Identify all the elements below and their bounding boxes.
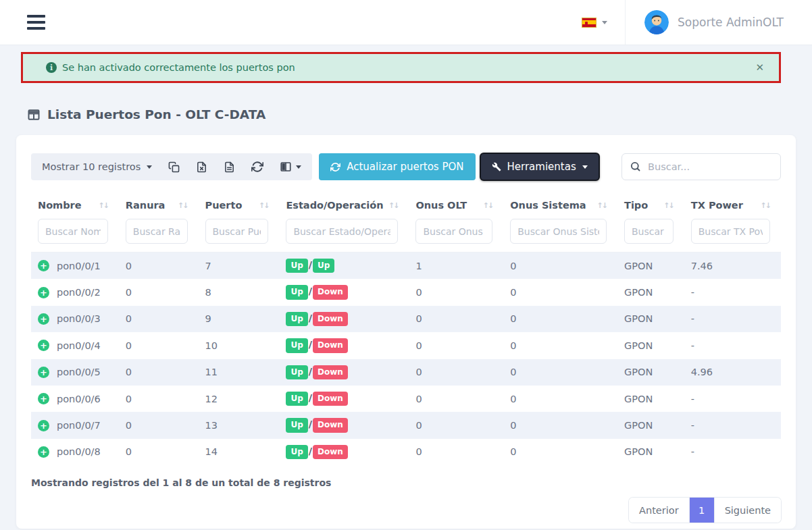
column-visibility-icon[interactable] [280, 161, 301, 173]
table-row: +pon0/0/208Up/Down00GPON- [31, 279, 781, 305]
sort-icon: ↑↓ [388, 201, 401, 210]
onus-olt-cell: 0 [409, 439, 503, 465]
language-selector[interactable] [564, 18, 625, 28]
tx-power-cell: 7.46 [684, 253, 781, 280]
table-header-row: Nombre↑↓Ranura↑↓Puerto↑↓Estado/Operación… [31, 194, 781, 216]
ranura-cell: 0 [119, 386, 199, 412]
column-header-tx-power[interactable]: TX Power↑↓ [684, 194, 781, 216]
ranura-cell: 0 [119, 332, 199, 359]
table-row: +pon0/0/7013Up/Down00GPON- [31, 412, 781, 438]
ranura-cell: 0 [119, 279, 199, 305]
caret-down-icon [602, 21, 607, 24]
port-name: pon0/0/2 [57, 287, 101, 298]
alert-close-icon[interactable]: ✕ [755, 61, 764, 74]
pagination-previous-button[interactable]: Anterior [629, 498, 690, 523]
toolbar-button-group: Mostrar 10 registros [31, 153, 312, 180]
search-input[interactable] [621, 153, 781, 180]
estado-operacion-cell: Up/Down [279, 306, 409, 332]
page-length-dropdown[interactable]: Mostrar 10 registros [42, 161, 152, 172]
caret-down-icon [147, 165, 152, 169]
table-info: Mostrando registros del 1 al 8 de un tot… [31, 477, 781, 488]
tx-power-cell: - [684, 412, 781, 438]
page-title: Lista Puertos Pon - OLT C-DATA [27, 107, 812, 122]
tx-power-cell: 4.96 [684, 359, 781, 386]
onus-olt-cell: 0 [409, 279, 503, 305]
tipo-cell: GPON [617, 359, 684, 386]
expand-row-icon[interactable]: + [38, 367, 49, 378]
filter-input-puerto[interactable] [205, 219, 269, 244]
puerto-cell: 10 [199, 332, 280, 359]
estado-operacion-cell: Up/Down [279, 332, 409, 359]
filter-input-onus-olt[interactable] [415, 219, 492, 244]
column-header-tipo[interactable]: Tipo↑↓ [617, 194, 684, 216]
alert-highlight-box: i Se han activado correctamente los puer… [21, 52, 781, 83]
status-badge-up: Up [286, 365, 307, 379]
tipo-cell: GPON [617, 279, 684, 305]
hamburger-menu-icon[interactable] [27, 15, 45, 30]
excel-export-icon[interactable] [196, 161, 207, 173]
column-header-ranura[interactable]: Ranura↑↓ [119, 194, 199, 216]
onus-sistema-cell: 0 [503, 279, 617, 305]
expand-row-icon[interactable]: + [38, 287, 49, 298]
pagination-page-1-button[interactable]: 1 [690, 498, 715, 523]
onus-olt-cell: 0 [409, 412, 503, 438]
sort-icon: ↑↓ [663, 201, 676, 210]
onus-olt-cell: 0 [409, 306, 503, 332]
expand-row-icon[interactable]: + [38, 340, 49, 351]
tx-power-cell: - [684, 306, 781, 332]
user-name: Soporte AdminOLT [678, 16, 784, 29]
tipo-cell: GPON [617, 332, 684, 359]
user-menu[interactable]: Soporte AdminOLT [626, 10, 812, 34]
column-header-nombre[interactable]: Nombre↑↓ [31, 194, 119, 216]
onus-sistema-cell: 0 [503, 386, 617, 412]
column-header-puerto[interactable]: Puerto↑↓ [199, 194, 280, 216]
ranura-cell: 0 [119, 412, 199, 438]
puerto-cell: 13 [199, 412, 280, 438]
estado-operacion-cell: Up/Up [279, 253, 409, 280]
pagination: Anterior 1 Siguiente [629, 498, 781, 523]
file-export-icon[interactable] [224, 161, 235, 173]
global-search [621, 153, 781, 180]
expand-row-icon[interactable]: + [38, 313, 49, 325]
status-badge-up: Up [286, 312, 307, 326]
pon-ports-card: Mostrar 10 registros [16, 135, 796, 529]
filter-input-estado-operaci-n[interactable] [286, 219, 398, 244]
status-badge-down: Down [313, 392, 348, 406]
refresh-icon [330, 162, 340, 172]
onus-olt-cell: 0 [409, 386, 503, 412]
filter-input-tipo[interactable] [624, 219, 674, 244]
filter-input-tx-power[interactable] [691, 219, 770, 244]
expand-row-icon[interactable]: + [38, 446, 49, 458]
status-badge-up: Up [286, 259, 307, 273]
filter-input-onus-sistema[interactable] [510, 219, 607, 244]
sort-icon: ↑↓ [483, 201, 495, 210]
refresh-pon-ports-button[interactable]: Actualizar puertos PON [319, 153, 475, 180]
pagination-next-button[interactable]: Siguiente [715, 498, 781, 523]
port-name: pon0/0/8 [57, 446, 101, 457]
column-header-onus-sistema[interactable]: Onus Sistema↑↓ [503, 194, 617, 216]
status-badge-up: Up [286, 285, 307, 299]
filter-input-nombre[interactable] [38, 219, 108, 244]
tx-power-cell: - [684, 386, 781, 412]
onus-sistema-cell: 0 [503, 359, 617, 386]
column-header-onus-olt[interactable]: Onus OLT↑↓ [409, 194, 503, 216]
port-name: pon0/0/3 [57, 313, 101, 324]
expand-row-icon[interactable]: + [38, 393, 49, 404]
copy-icon[interactable] [168, 161, 180, 173]
expand-row-icon[interactable]: + [38, 260, 49, 271]
table-filter-row [31, 216, 781, 253]
status-badge-down: Down [313, 365, 348, 379]
tools-dropdown-button[interactable]: Herramientas [480, 153, 600, 181]
port-name: pon0/0/4 [57, 340, 101, 351]
column-header-estado-operaci-n[interactable]: Estado/Operación↑↓ [279, 194, 409, 216]
reload-icon[interactable] [251, 161, 263, 173]
estado-operacion-cell: Up/Down [279, 386, 409, 412]
expand-row-icon[interactable]: + [38, 420, 49, 431]
table-icon [27, 108, 41, 122]
port-name: pon0/0/7 [57, 420, 101, 431]
status-badge-up: Up [286, 418, 307, 432]
tipo-cell: GPON [617, 253, 684, 280]
pon-ports-table: Nombre↑↓Ranura↑↓Puerto↑↓Estado/Operación… [31, 194, 781, 465]
status-badge-up: Up [286, 392, 307, 406]
filter-input-ranura[interactable] [126, 219, 188, 244]
